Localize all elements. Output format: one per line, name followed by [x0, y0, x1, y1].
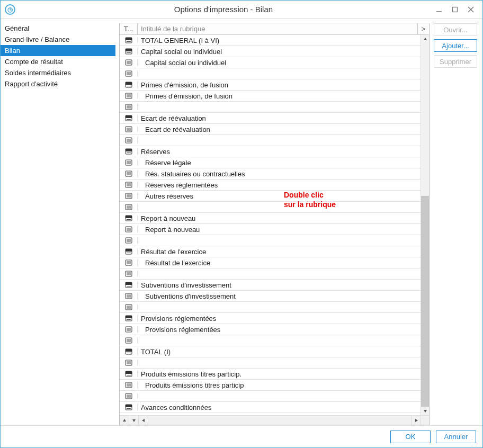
document-outline-icon: [125, 360, 132, 366]
sidebar-item[interactable]: Général: [1, 23, 115, 34]
horizontal-scroll-track[interactable]: [148, 416, 411, 425]
table-row[interactable]: Provisions réglementées: [120, 324, 421, 335]
table-row[interactable]: Résultat de l'exercice: [120, 257, 421, 268]
sidebar-item[interactable]: Compte de résultat: [1, 56, 115, 67]
resize-grip[interactable]: .. .. . .: [471, 437, 481, 446]
window-title: Options d'impression - Bilan: [19, 5, 428, 14]
row-label: Ecart de réévaluation: [138, 126, 421, 133]
window-body: GénéralGrand-livre / BalanceBilanCompte …: [1, 19, 482, 425]
print-options-window: ◷ Options d'impression - Bilan GénéralGr…: [0, 0, 483, 448]
row-type-icon: [120, 48, 138, 55]
row-type-icon: [120, 137, 138, 144]
scroll-left-button[interactable]: [139, 416, 148, 425]
row-type-icon: [120, 104, 138, 110]
table-row[interactable]: [120, 68, 421, 79]
table-row[interactable]: TOTAL GENERAL (I à VI): [120, 35, 421, 46]
row-type-icon: [120, 371, 138, 377]
table-row[interactable]: Ecart de réévaluation: [120, 113, 421, 124]
table-row[interactable]: Subventions d'investissement: [120, 291, 421, 302]
add-button[interactable]: Ajouter...: [434, 39, 477, 52]
cancel-button[interactable]: Annuler: [436, 431, 476, 443]
table-body: TOTAL GENERAL (I à VI)Capital social ou …: [120, 35, 429, 415]
column-header-label[interactable]: Intitulé de la rubrique: [138, 23, 417, 34]
column-header-type[interactable]: T...: [120, 23, 138, 34]
document-outline-icon: [125, 159, 132, 166]
table-row[interactable]: Avances conditionnées: [120, 402, 421, 413]
table-row[interactable]: TOTAL (I): [120, 346, 421, 357]
row-type-icon: [120, 215, 138, 221]
table-row[interactable]: [120, 335, 421, 346]
row-label: TOTAL (I): [138, 348, 421, 356]
table-row[interactable]: Réserves: [120, 146, 421, 157]
table-row[interactable]: Réserves réglementées: [120, 180, 421, 191]
table-row[interactable]: Report à nouveau: [120, 213, 421, 224]
vertical-scroll-track[interactable]: [421, 43, 429, 407]
row-type-icon: [120, 248, 138, 255]
row-type-icon: [120, 393, 138, 399]
table-row[interactable]: Ecart de réévaluation: [120, 124, 421, 135]
row-type-icon: [120, 404, 138, 410]
svg-rect-8: [126, 49, 132, 51]
table-row[interactable]: [120, 235, 421, 246]
table-row[interactable]: [120, 202, 421, 213]
row-type-icon: [120, 93, 138, 99]
row-type-icon: [120, 382, 138, 388]
document-filled-icon: [125, 115, 132, 121]
minimize-button[interactable]: [432, 4, 446, 15]
row-type-icon: [120, 37, 138, 43]
row-label: TOTAL GENERAL (I à VI): [138, 37, 421, 44]
table-row[interactable]: Capital social ou individuel: [120, 46, 421, 57]
window-controls: [432, 4, 478, 15]
app-icon: ◷: [5, 4, 15, 15]
table-row[interactable]: Primes d'émission, de fusion: [120, 79, 421, 91]
close-button[interactable]: [463, 4, 478, 15]
table-row[interactable]: Primes d'émission, de fusion: [120, 91, 421, 102]
svg-marker-129: [424, 410, 427, 413]
table-row[interactable]: Autres réserves: [120, 191, 421, 202]
table-row[interactable]: [120, 102, 421, 113]
open-button[interactable]: Ouvrir...: [434, 23, 477, 36]
delete-button[interactable]: Supprimer: [434, 55, 477, 68]
document-filled-icon: [125, 315, 132, 321]
ok-button[interactable]: OK: [390, 431, 431, 443]
row-type-icon: [120, 282, 138, 288]
table-row[interactable]: Subventions d'investissement: [120, 280, 421, 291]
document-filled-icon: [125, 248, 132, 255]
row-type-icon: [120, 271, 138, 277]
table-row[interactable]: Produits émissions titres particip.: [120, 369, 421, 380]
action-panel: Ouvrir... Ajouter... Supprimer: [434, 23, 477, 425]
row-type-icon: [120, 259, 138, 266]
table-row[interactable]: Réserve légale: [120, 157, 421, 168]
table-row[interactable]: Rés. statuaires ou contractuelles: [120, 168, 421, 180]
scroll-down-button[interactable]: [421, 407, 429, 415]
table-row[interactable]: [120, 302, 421, 313]
maximize-button[interactable]: [448, 4, 462, 15]
scroll-hdown-button[interactable]: [129, 416, 139, 425]
vertical-scrollbar[interactable]: [421, 35, 429, 415]
vertical-scroll-thumb[interactable]: [421, 196, 429, 407]
svg-marker-131: [132, 419, 136, 422]
horizontal-scrollbar-row: [120, 415, 429, 425]
main-content: T... Intitulé de la rubrique > TOTAL GEN…: [116, 23, 477, 425]
table-row[interactable]: Résultat de l'exercice: [120, 246, 421, 257]
table-row[interactable]: Produits émissions titres particip: [120, 380, 421, 391]
sidebar-item[interactable]: Grand-livre / Balance: [1, 34, 115, 45]
sidebar-item[interactable]: Bilan: [1, 45, 115, 56]
svg-marker-130: [123, 419, 126, 422]
sidebar-item[interactable]: Rapport d'activité: [1, 78, 115, 89]
table-row[interactable]: Provisions réglementées: [120, 313, 421, 324]
row-type-icon: [120, 115, 138, 121]
header-more-button[interactable]: >: [417, 23, 429, 34]
scroll-up-button[interactable]: [421, 35, 429, 43]
table-row[interactable]: [120, 268, 421, 280]
scroll-right-button[interactable]: [411, 416, 421, 425]
table-row[interactable]: [120, 391, 421, 402]
sidebar-item[interactable]: Soldes intermédiaires: [1, 67, 115, 78]
table-row[interactable]: Report à nouveau: [120, 224, 421, 235]
scroll-hup-button[interactable]: [120, 416, 129, 425]
table-row[interactable]: [120, 357, 421, 369]
table-row[interactable]: [120, 135, 421, 146]
row-label: Résultat de l'exercice: [138, 248, 421, 256]
row-label: Produits émissions titres particip.: [138, 370, 421, 378]
table-row[interactable]: Capital social ou individuel: [120, 57, 421, 68]
